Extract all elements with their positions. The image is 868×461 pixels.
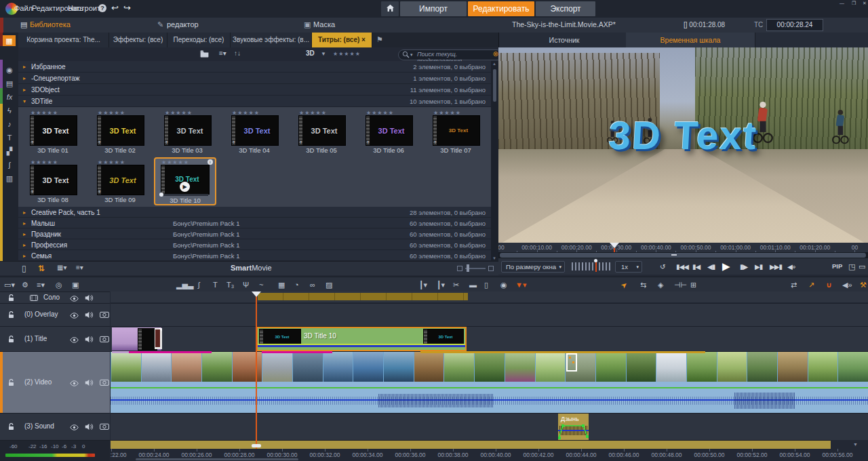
navigator-menu-icon[interactable]: ▼ bbox=[853, 442, 858, 447]
3d-view-toggle[interactable]: 3D bbox=[306, 49, 315, 57]
title-clip-left[interactable] bbox=[112, 327, 161, 350]
music-note-icon[interactable]: ♪ bbox=[4, 120, 15, 128]
nav-button-редактировать[interactable]: Редактировать bbox=[468, 1, 534, 16]
audio-mixer-icon[interactable]: ▂▅▃ bbox=[176, 281, 193, 289]
tab-library[interactable]: Библиотека bbox=[30, 20, 71, 28]
expand-triangle-icon[interactable]: ▸ bbox=[23, 242, 26, 248]
expand-triangle-icon[interactable]: ▸ bbox=[23, 231, 26, 237]
score-icon[interactable]: ʃ bbox=[198, 281, 199, 289]
media-disc-icon[interactable]: ◉ bbox=[4, 66, 15, 75]
loop-icon[interactable]: ↺ bbox=[660, 263, 665, 270]
tab-editor[interactable]: редактор bbox=[167, 20, 199, 28]
folders-icon[interactable]: ▤ bbox=[4, 79, 15, 88]
prev-edit-icon[interactable]: ▮◀ bbox=[692, 263, 700, 270]
scrollbar-thumb[interactable] bbox=[493, 69, 496, 102]
minimize-icon[interactable]: — bbox=[840, 1, 844, 5]
expand-triangle-icon[interactable]: ▸ bbox=[23, 64, 26, 70]
disc-icon[interactable]: ◔ bbox=[294, 281, 299, 289]
library-item-3D Title 02[interactable]: 3D TextT bbox=[97, 115, 144, 146]
help-icon[interactable]: ? bbox=[98, 4, 106, 12]
filter-funnel-icon[interactable]: ▼ bbox=[321, 51, 326, 57]
swap-icon[interactable]: ⇆ bbox=[640, 281, 646, 289]
folder-row-Праздник[interactable]: ▸ПраздникБонус\Premium Pack 160 элементо… bbox=[18, 228, 491, 239]
track-header-(2) Video[interactable]: (2) Video bbox=[0, 351, 110, 413]
folder-row--Спецрепортаж[interactable]: ▸-Спецрепортаж1 элементов, 0 выбрано bbox=[18, 73, 491, 84]
video-clip-thumb[interactable] bbox=[443, 352, 474, 382]
video-clip-thumb[interactable] bbox=[595, 352, 626, 382]
solo-range-bar[interactable] bbox=[258, 293, 468, 300]
video-track-area[interactable] bbox=[111, 351, 868, 413]
expand-triangle-icon[interactable]: ▸ bbox=[23, 75, 26, 81]
project-bin-icon[interactable]: ▦ bbox=[3, 35, 16, 46]
video-clip-thumb[interactable] bbox=[535, 352, 566, 382]
grid-view-icon[interactable]: ▦▾ bbox=[57, 264, 66, 271]
audio-scrub-icon[interactable]: ◎ bbox=[56, 281, 62, 289]
camera-icon[interactable] bbox=[100, 336, 109, 344]
preview-scrollbar[interactable] bbox=[498, 252, 868, 258]
film-icon[interactable] bbox=[30, 294, 38, 302]
smartmovie-button[interactable]: SmartMovie bbox=[231, 264, 272, 272]
lock-icon[interactable] bbox=[8, 423, 14, 432]
redo-icon[interactable]: ↪ bbox=[123, 3, 131, 13]
flash-icon[interactable]: ϟ bbox=[4, 106, 15, 115]
video-clip-thumb[interactable] bbox=[323, 352, 353, 382]
volume-icon[interactable]: ◀» bbox=[787, 263, 795, 270]
speaker-icon[interactable] bbox=[85, 379, 94, 388]
multitrack-icon[interactable]: ▦ bbox=[278, 281, 285, 289]
titles-icon[interactable]: T bbox=[4, 134, 15, 142]
video-clip-thumb[interactable] bbox=[262, 352, 292, 382]
expand-triangle-icon[interactable]: ▸ bbox=[23, 87, 26, 93]
video-clip-thumb[interactable] bbox=[686, 352, 717, 382]
snapshot-icon[interactable]: ◉ bbox=[500, 281, 507, 289]
folder-icon[interactable] bbox=[200, 50, 209, 59]
subtitle-icon[interactable]: ▬ bbox=[469, 281, 477, 289]
scroll-up-icon[interactable]: ▲ bbox=[492, 62, 496, 66]
camera-icon[interactable] bbox=[100, 379, 109, 387]
overlay-icon[interactable]: ▨ bbox=[326, 281, 332, 289]
play-button[interactable]: ▶ bbox=[180, 182, 190, 192]
video-clip-thumb[interactable] bbox=[111, 352, 141, 382]
eye-icon[interactable] bbox=[70, 424, 79, 432]
slope-icon[interactable]: ↗ bbox=[808, 281, 814, 289]
delete-icon[interactable]: ▯ bbox=[22, 264, 26, 273]
library-item-3D Title 03[interactable]: 3D TextT bbox=[164, 115, 212, 146]
video-clip-thumb[interactable] bbox=[171, 352, 201, 382]
shuttle-control[interactable] bbox=[572, 262, 611, 270]
video-clip-thumb[interactable] bbox=[141, 352, 172, 382]
library-item-3D Title 07[interactable]: 3D TextT bbox=[433, 115, 480, 146]
magnet-icon[interactable]: ∪ bbox=[826, 281, 832, 289]
library-item-3D Title 09[interactable]: 3D TextT bbox=[97, 165, 144, 195]
sound-clip[interactable]: Дзынь bbox=[558, 414, 589, 440]
playhead-line[interactable] bbox=[256, 292, 257, 449]
eye-icon[interactable] bbox=[70, 312, 79, 320]
tools-icon[interactable]: ⚒ bbox=[860, 281, 867, 289]
nav-button-экспорт[interactable]: Экспорт bbox=[536, 1, 595, 16]
folder-row-Профессия[interactable]: ▸ПрофессияБонус\Premium Pack 160 элемент… bbox=[18, 239, 491, 250]
info-icon[interactable]: i bbox=[208, 159, 213, 165]
track-header-Соло[interactable]: Соло bbox=[0, 292, 110, 303]
solo-track-area[interactable] bbox=[111, 292, 868, 302]
track-header-(1) Title[interactable]: (1) Title bbox=[0, 326, 110, 351]
speaker-icon[interactable] bbox=[85, 336, 94, 344]
title-clip-3d-title-10[interactable]: 3D Text 3D Text 3D Title 10 bbox=[256, 327, 467, 351]
item-thumbnail[interactable]: 3D Text▶ bbox=[161, 165, 210, 195]
volume-envelope[interactable] bbox=[558, 422, 589, 439]
library-scrollbar[interactable]: ▲ ▼ bbox=[491, 61, 498, 261]
library-tab-0[interactable]: Корзина проекта: The... bbox=[18, 33, 109, 47]
marker-menu-icon[interactable]: ≡▾ bbox=[37, 281, 45, 289]
eye-icon[interactable] bbox=[70, 336, 79, 344]
clip-end-handle[interactable] bbox=[155, 328, 162, 349]
library-item-3D Title 10[interactable]: ★★★★★i3D Text▶3D Title 10 bbox=[154, 157, 216, 205]
filmstrip-icon[interactable]: ▥ bbox=[4, 174, 15, 183]
expand-triangle-icon[interactable]: ▸ bbox=[23, 209, 26, 216]
video-clip-thumb[interactable] bbox=[292, 352, 323, 382]
track-header-(3) Sound[interactable]: (3) Sound bbox=[0, 413, 110, 440]
settings-gear-icon[interactable]: ⚙ bbox=[22, 281, 28, 289]
video-clip-thumb[interactable] bbox=[474, 352, 505, 382]
video-clip-thumb[interactable] bbox=[505, 352, 535, 382]
folder-row-Creative Pack, часть 1[interactable]: ▸Creative Pack, часть 128 элементов, 0 в… bbox=[18, 207, 491, 218]
expand-triangle-icon[interactable]: ▸ bbox=[23, 220, 26, 226]
sync-icon[interactable]: ⇅ bbox=[38, 264, 45, 273]
folder-row-3DTitle[interactable]: ▾3DTitle10 элементов, 1 выбрано bbox=[18, 96, 491, 107]
video-clip-thumb[interactable] bbox=[414, 352, 444, 382]
